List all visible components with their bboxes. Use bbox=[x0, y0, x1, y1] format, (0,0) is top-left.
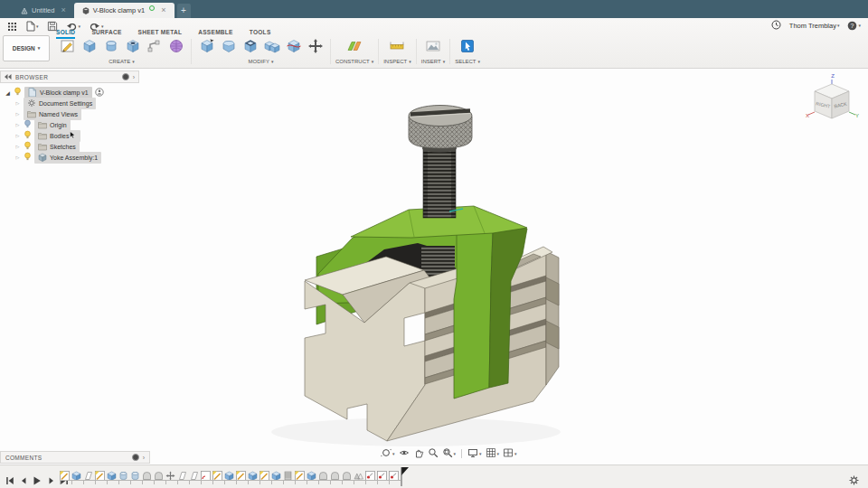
hole-button[interactable] bbox=[122, 39, 143, 57]
browser-header[interactable]: BROWSER › bbox=[0, 70, 139, 83]
timeline-feature-sketch-icon[interactable] bbox=[95, 468, 105, 478]
look-at-button[interactable] bbox=[399, 446, 410, 462]
ribbon-group-label[interactable]: MODIFY▾ bbox=[249, 59, 274, 64]
fit-button[interactable]: ▾ bbox=[442, 446, 457, 462]
expand-arrow-icon[interactable]: ▷ bbox=[14, 100, 21, 106]
move-copy-button[interactable] bbox=[305, 39, 326, 57]
browser-row-bodies[interactable]: ▷Bodies bbox=[0, 130, 139, 141]
timeline-feature-plane-icon[interactable] bbox=[177, 468, 187, 478]
timeline-feature-plane-icon[interactable] bbox=[189, 468, 199, 478]
timeline-feature-move-icon[interactable] bbox=[165, 468, 175, 478]
timeline-feature-plane-icon[interactable] bbox=[83, 468, 93, 478]
expand-arrow-icon[interactable]: ▷ bbox=[14, 133, 21, 138]
visibility-bulb-icon[interactable] bbox=[14, 87, 22, 98]
timeline-feature-sketch-icon[interactable] bbox=[212, 468, 222, 478]
workspace-selector[interactable]: DESIGN ▾ bbox=[3, 35, 50, 61]
browser-item[interactable]: Yoke Assembly:1 bbox=[34, 152, 101, 164]
revolve-button[interactable] bbox=[100, 39, 121, 57]
browser-row-document-settings[interactable]: ▷Document Settings bbox=[0, 98, 139, 108]
create-sketch-button[interactable] bbox=[57, 39, 78, 57]
app-grid-icon[interactable] bbox=[7, 22, 17, 32]
browser-row-sketches[interactable]: ▷Sketches bbox=[0, 141, 139, 152]
timeline-feature-extrude-icon[interactable] bbox=[248, 468, 258, 478]
timeline-feature-sketch-icon[interactable] bbox=[259, 468, 269, 478]
split-body-button[interactable] bbox=[283, 39, 304, 57]
browser-item[interactable]: Origin bbox=[34, 119, 71, 131]
expand-arrow-icon[interactable]: ▷ bbox=[14, 155, 21, 160]
expand-arrow-icon[interactable]: ▷ bbox=[14, 144, 21, 149]
measure-button[interactable] bbox=[387, 39, 408, 57]
timeline-feature-extrude-icon[interactable] bbox=[307, 468, 316, 478]
create-form-button[interactable] bbox=[165, 39, 186, 57]
go-to-start-button[interactable] bbox=[5, 473, 14, 488]
model-viewport[interactable]: BROWSER › ◢V-Block clamp v1▷Document Set… bbox=[0, 69, 868, 465]
display-settings-button[interactable]: ▾ bbox=[467, 446, 482, 462]
insert-image-button[interactable] bbox=[422, 39, 443, 57]
close-icon[interactable]: × bbox=[161, 6, 165, 14]
shell-button[interactable] bbox=[240, 39, 260, 57]
timeline-feature-extrude-icon[interactable] bbox=[71, 468, 81, 478]
timeline-position-marker[interactable] bbox=[401, 467, 410, 488]
step-back-button[interactable] bbox=[19, 473, 28, 488]
viewports-button[interactable]: ▾ bbox=[503, 446, 517, 462]
zoom-button[interactable] bbox=[428, 446, 439, 462]
timeline-feature-joint-icon[interactable] bbox=[377, 468, 387, 478]
step-forward-button[interactable] bbox=[46, 473, 55, 488]
timeline-feature-joint-icon[interactable] bbox=[389, 468, 399, 478]
browser-row-named-views[interactable]: ▷Named Views bbox=[0, 108, 139, 119]
component-status-icon[interactable] bbox=[95, 88, 104, 98]
timeline-feature-thread-icon[interactable] bbox=[283, 468, 293, 478]
extrude-button[interactable] bbox=[79, 39, 99, 57]
timeline-track[interactable] bbox=[60, 480, 401, 484]
help-menu-button[interactable]: ? ▾ bbox=[847, 21, 861, 31]
browser-item[interactable]: Document Settings bbox=[24, 98, 96, 109]
ribbon-group-label[interactable]: INSERT▾ bbox=[421, 59, 445, 64]
tab-v-block-clamp[interactable]: V-Block clamp v1 × bbox=[74, 3, 175, 18]
combine-button[interactable] bbox=[261, 39, 282, 57]
visibility-bulb-icon[interactable] bbox=[24, 152, 32, 163]
timeline-feature-extrude-icon[interactable] bbox=[224, 468, 234, 478]
timeline-feature-sketch-icon[interactable] bbox=[236, 468, 246, 478]
timeline-feature-revolve-icon[interactable] bbox=[118, 468, 128, 478]
timeline-feature-pattern-icon[interactable] bbox=[354, 468, 363, 478]
timeline-feature-extrude-icon[interactable] bbox=[107, 468, 117, 478]
timeline-feature-hole-icon[interactable] bbox=[201, 468, 211, 478]
pan-button[interactable] bbox=[413, 446, 424, 462]
visibility-bulb-icon[interactable] bbox=[24, 119, 32, 130]
expand-panel-icon[interactable]: › bbox=[133, 74, 135, 80]
press-pull-button[interactable] bbox=[196, 39, 217, 57]
timeline-feature-fillet-icon[interactable] bbox=[142, 468, 152, 478]
expand-arrow-icon[interactable]: ▷ bbox=[14, 122, 21, 127]
timeline-feature-sketch-icon[interactable] bbox=[295, 468, 305, 478]
browser-row-yoke-assembly-1[interactable]: ▷Yoke Assembly:1 bbox=[0, 152, 139, 163]
construct-plane-button[interactable] bbox=[344, 39, 365, 57]
comments-bar[interactable]: COMMENTS › bbox=[0, 451, 150, 464]
grid-and-snaps-button[interactable]: ▾ bbox=[486, 446, 500, 462]
display-mode-icon[interactable] bbox=[122, 73, 129, 80]
viewcube[interactable]: Z RIGHT BACK X Y bbox=[803, 71, 861, 131]
timeline-feature-sketch-icon[interactable] bbox=[60, 468, 70, 478]
timeline-feature-fillet-icon[interactable] bbox=[342, 468, 352, 478]
close-icon[interactable]: × bbox=[61, 6, 65, 14]
collapse-arrow-icon[interactable]: ◢ bbox=[5, 89, 11, 96]
pipe-button[interactable] bbox=[144, 39, 165, 57]
tab-untitled[interactable]: Untitled × bbox=[13, 3, 74, 18]
browser-item[interactable]: V-Block clamp v1 bbox=[24, 87, 92, 99]
user-menu-button[interactable]: Thom Tremblay ▾ bbox=[789, 22, 840, 30]
visibility-bulb-icon[interactable] bbox=[24, 130, 32, 141]
model-thumb-screw[interactable] bbox=[409, 106, 472, 219]
timeline-feature-extrude-icon[interactable] bbox=[271, 468, 281, 478]
timeline-settings-gear-icon[interactable] bbox=[849, 473, 859, 488]
visibility-bulb-icon[interactable] bbox=[24, 141, 32, 152]
expand-panel-icon[interactable]: › bbox=[143, 455, 145, 461]
browser-item[interactable]: Sketches bbox=[34, 141, 80, 153]
orbit-button[interactable]: ▾ bbox=[381, 446, 395, 462]
ribbon-group-label[interactable]: INSPECT▾ bbox=[383, 59, 411, 64]
job-status-clock-icon[interactable] bbox=[771, 20, 781, 32]
collapse-panel-icon[interactable] bbox=[5, 74, 12, 80]
browser-item[interactable]: Bodies bbox=[34, 130, 80, 142]
fillet-button[interactable] bbox=[218, 39, 239, 57]
expand-arrow-icon[interactable]: ▷ bbox=[14, 111, 21, 117]
play-button[interactable] bbox=[33, 473, 42, 488]
ribbon-group-label[interactable]: CONSTRUCT▾ bbox=[335, 59, 373, 64]
